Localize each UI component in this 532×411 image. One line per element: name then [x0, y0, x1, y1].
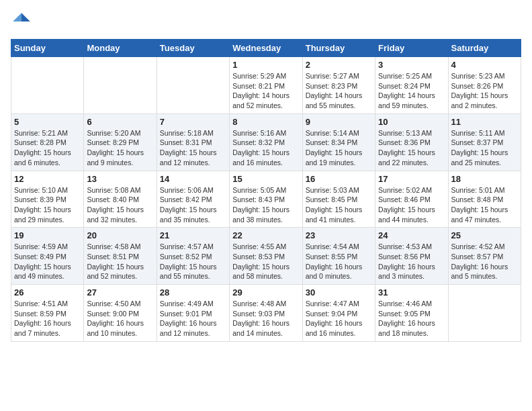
calendar-cell: 18Sunrise: 5:01 AM Sunset: 8:48 PM Dayli… [448, 171, 521, 228]
day-detail: Sunrise: 4:49 AM Sunset: 9:01 PM Dayligh… [160, 299, 226, 338]
day-number: 29 [232, 287, 299, 298]
calendar-cell: 4Sunrise: 5:23 AM Sunset: 8:26 PM Daylig… [448, 57, 521, 114]
day-detail: Sunrise: 5:03 AM Sunset: 8:45 PM Dayligh… [306, 185, 372, 225]
day-detail: Sunrise: 5:29 AM Sunset: 8:21 PM Dayligh… [232, 71, 299, 111]
day-detail: Sunrise: 5:18 AM Sunset: 8:31 PM Dayligh… [160, 128, 226, 168]
day-number: 22 [232, 230, 299, 240]
day-number: 24 [378, 230, 445, 240]
calendar-cell: 26Sunrise: 4:51 AM Sunset: 8:59 PM Dayli… [11, 285, 84, 342]
header-cell-tuesday: Tuesday [157, 40, 229, 57]
day-detail: Sunrise: 4:54 AM Sunset: 8:55 PM Dayligh… [306, 242, 372, 281]
day-number: 23 [306, 230, 372, 240]
day-number: 15 [232, 174, 299, 184]
header-cell-monday: Monday [84, 40, 157, 57]
calendar-week-row: 19Sunrise: 4:59 AM Sunset: 8:49 PM Dayli… [11, 228, 521, 285]
day-number: 17 [378, 174, 445, 184]
day-detail: Sunrise: 4:52 AM Sunset: 8:57 PM Dayligh… [451, 242, 518, 281]
calendar-cell: 31Sunrise: 4:46 AM Sunset: 9:05 PM Dayli… [375, 285, 448, 342]
day-detail: Sunrise: 4:48 AM Sunset: 9:03 PM Dayligh… [232, 299, 299, 338]
day-detail: Sunrise: 4:59 AM Sunset: 8:49 PM Dayligh… [14, 242, 81, 281]
day-detail: Sunrise: 5:08 AM Sunset: 8:40 PM Dayligh… [87, 185, 153, 225]
day-detail: Sunrise: 4:50 AM Sunset: 9:00 PM Dayligh… [87, 299, 153, 338]
day-number: 8 [232, 117, 299, 127]
header-cell-wednesday: Wednesday [230, 40, 302, 57]
calendar-week-row: 12Sunrise: 5:10 AM Sunset: 8:39 PM Dayli… [11, 171, 521, 228]
calendar-cell: 27Sunrise: 4:50 AM Sunset: 9:00 PM Dayli… [84, 285, 157, 342]
calendar-cell: 7Sunrise: 5:18 AM Sunset: 8:31 PM Daylig… [157, 113, 229, 171]
header-cell-thursday: Thursday [302, 40, 375, 57]
day-number: 25 [451, 230, 518, 240]
calendar-cell: 3Sunrise: 5:25 AM Sunset: 8:24 PM Daylig… [375, 57, 448, 114]
calendar-week-row: 5Sunrise: 5:21 AM Sunset: 8:28 PM Daylig… [11, 113, 521, 171]
day-detail: Sunrise: 5:27 AM Sunset: 8:23 PM Dayligh… [306, 71, 372, 111]
calendar-cell [11, 57, 84, 114]
day-number: 18 [451, 174, 518, 184]
calendar-week-row: 1Sunrise: 5:29 AM Sunset: 8:21 PM Daylig… [11, 57, 521, 114]
calendar-cell [157, 57, 229, 114]
calendar-table: SundayMondayTuesdayWednesdayThursdayFrid… [11, 39, 521, 342]
calendar-cell: 5Sunrise: 5:21 AM Sunset: 8:28 PM Daylig… [11, 113, 84, 171]
day-number: 16 [306, 174, 372, 184]
day-number: 27 [87, 287, 153, 298]
calendar-cell: 24Sunrise: 4:53 AM Sunset: 8:56 PM Dayli… [375, 228, 448, 285]
calendar-cell: 30Sunrise: 4:47 AM Sunset: 9:04 PM Dayli… [302, 285, 375, 342]
calendar-cell: 25Sunrise: 4:52 AM Sunset: 8:57 PM Dayli… [448, 228, 521, 285]
day-number: 26 [14, 287, 81, 298]
calendar-cell: 28Sunrise: 4:49 AM Sunset: 9:01 PM Dayli… [157, 285, 229, 342]
day-number: 12 [14, 174, 81, 184]
day-detail: Sunrise: 5:14 AM Sunset: 8:34 PM Dayligh… [306, 128, 372, 168]
day-number: 30 [306, 287, 372, 298]
header-cell-sunday: Sunday [11, 40, 84, 57]
calendar-cell: 16Sunrise: 5:03 AM Sunset: 8:45 PM Dayli… [302, 171, 375, 228]
day-number: 21 [160, 230, 226, 240]
day-number: 14 [160, 174, 226, 184]
calendar-header-row: SundayMondayTuesdayWednesdayThursdayFrid… [11, 40, 521, 57]
day-number: 11 [451, 117, 518, 127]
calendar-cell: 19Sunrise: 4:59 AM Sunset: 8:49 PM Dayli… [11, 228, 84, 285]
day-number: 7 [160, 117, 226, 127]
day-detail: Sunrise: 5:05 AM Sunset: 8:43 PM Dayligh… [232, 185, 299, 225]
svg-marker-1 [13, 13, 21, 21]
day-number: 13 [87, 174, 153, 184]
calendar-cell: 20Sunrise: 4:58 AM Sunset: 8:51 PM Dayli… [84, 228, 157, 285]
calendar-cell: 22Sunrise: 4:55 AM Sunset: 8:53 PM Dayli… [230, 228, 302, 285]
svg-marker-0 [21, 13, 30, 21]
logo-icon [11, 11, 32, 32]
day-detail: Sunrise: 5:02 AM Sunset: 8:46 PM Dayligh… [378, 185, 445, 225]
day-detail: Sunrise: 4:57 AM Sunset: 8:52 PM Dayligh… [160, 242, 226, 281]
day-detail: Sunrise: 5:06 AM Sunset: 8:42 PM Dayligh… [160, 185, 226, 225]
day-number: 6 [87, 117, 153, 127]
calendar-cell: 1Sunrise: 5:29 AM Sunset: 8:21 PM Daylig… [230, 57, 302, 114]
day-number: 20 [87, 230, 153, 240]
day-detail: Sunrise: 4:55 AM Sunset: 8:53 PM Dayligh… [232, 242, 299, 281]
header-cell-friday: Friday [375, 40, 448, 57]
day-number: 1 [232, 60, 299, 70]
calendar-cell: 12Sunrise: 5:10 AM Sunset: 8:39 PM Dayli… [11, 171, 84, 228]
day-number: 5 [14, 117, 81, 127]
day-detail: Sunrise: 4:47 AM Sunset: 9:04 PM Dayligh… [306, 299, 372, 338]
logo [11, 11, 35, 32]
calendar-cell: 9Sunrise: 5:14 AM Sunset: 8:34 PM Daylig… [302, 113, 375, 171]
calendar-cell: 8Sunrise: 5:16 AM Sunset: 8:32 PM Daylig… [230, 113, 302, 171]
day-number: 3 [378, 60, 445, 70]
day-detail: Sunrise: 5:10 AM Sunset: 8:39 PM Dayligh… [14, 185, 81, 225]
calendar-week-row: 26Sunrise: 4:51 AM Sunset: 8:59 PM Dayli… [11, 285, 521, 342]
day-detail: Sunrise: 5:11 AM Sunset: 8:37 PM Dayligh… [451, 128, 518, 168]
day-number: 9 [306, 117, 372, 127]
day-detail: Sunrise: 4:51 AM Sunset: 8:59 PM Dayligh… [14, 299, 81, 338]
day-number: 19 [14, 230, 81, 240]
calendar-cell: 13Sunrise: 5:08 AM Sunset: 8:40 PM Dayli… [84, 171, 157, 228]
calendar-cell: 2Sunrise: 5:27 AM Sunset: 8:23 PM Daylig… [302, 57, 375, 114]
day-number: 31 [378, 287, 445, 298]
day-detail: Sunrise: 5:20 AM Sunset: 8:29 PM Dayligh… [87, 128, 153, 168]
calendar-cell: 6Sunrise: 5:20 AM Sunset: 8:29 PM Daylig… [84, 113, 157, 171]
day-detail: Sunrise: 5:25 AM Sunset: 8:24 PM Dayligh… [378, 71, 445, 111]
calendar-cell [84, 57, 157, 114]
day-number: 10 [378, 117, 445, 127]
day-detail: Sunrise: 5:16 AM Sunset: 8:32 PM Dayligh… [232, 128, 299, 168]
calendar-cell: 21Sunrise: 4:57 AM Sunset: 8:52 PM Dayli… [157, 228, 229, 285]
header-cell-saturday: Saturday [448, 40, 521, 57]
calendar-cell: 29Sunrise: 4:48 AM Sunset: 9:03 PM Dayli… [230, 285, 302, 342]
calendar-cell: 15Sunrise: 5:05 AM Sunset: 8:43 PM Dayli… [230, 171, 302, 228]
calendar-cell: 23Sunrise: 4:54 AM Sunset: 8:55 PM Dayli… [302, 228, 375, 285]
